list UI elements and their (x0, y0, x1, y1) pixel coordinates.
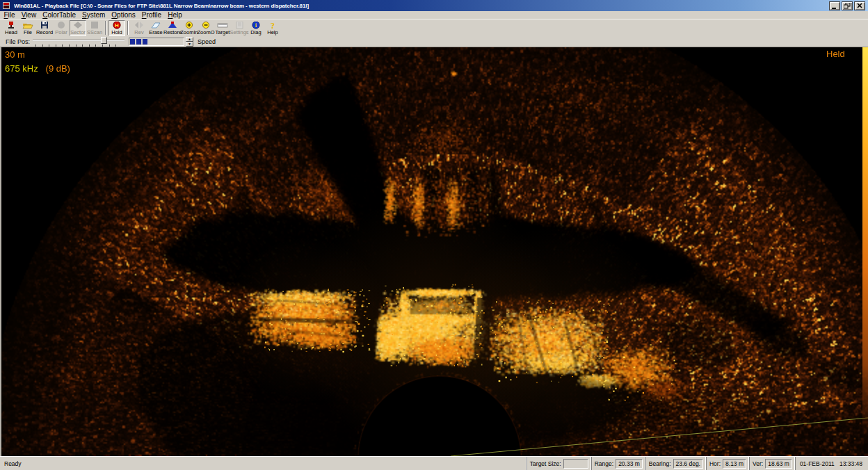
restore-icon (167, 21, 178, 30)
toolbar-button-restore[interactable]: Restore (164, 20, 181, 36)
toolbar-button-label: File (24, 30, 32, 35)
speed-block (136, 39, 141, 44)
status-field-value: 23.6 deg. (673, 459, 703, 469)
toolbar-button-help[interactable]: ?Help (264, 20, 281, 36)
status-field-value (563, 459, 588, 469)
toolbar-button-target[interactable]: Target (214, 20, 231, 36)
status-field-value: 20.33 m (616, 459, 643, 469)
zoom-in-icon (184, 21, 195, 30)
toolbar-button-settings: Settings (231, 20, 248, 36)
slider-tick (42, 44, 43, 47)
frequency-overlay: 675 kHz (9 dB) (5, 63, 70, 74)
status-field-label: Ver: (753, 460, 763, 467)
status-field-label: Hor: (709, 460, 721, 467)
sonar-display-area[interactable]: 30 m 675 kHz (9 dB) Held (0, 47, 868, 456)
toolbar-button-label: Hold (111, 30, 122, 35)
toolbar-button-label: Record (36, 30, 53, 35)
speed-progress (129, 38, 184, 46)
sector-diamond-icon (72, 21, 83, 30)
status-datetime: 01-FEB-2011 13:33:48 (795, 457, 868, 470)
speed-block (143, 39, 147, 44)
help-question-icon: ? (267, 21, 278, 30)
settings-form-icon (234, 21, 245, 30)
slider-track[interactable] (33, 40, 124, 41)
slider-thumb[interactable] (101, 37, 107, 44)
file-pos-bar: File Pos: ▲ ▼ Speed (0, 36, 868, 47)
reverse-icon (134, 21, 145, 30)
slider-tick (89, 44, 90, 47)
speed-spinner: ▲ ▼ (186, 37, 193, 47)
toolbar-button-record[interactable]: Record (36, 20, 53, 36)
toolbar-button-label: Help (267, 30, 278, 35)
toolbar-button-label: Polar (55, 30, 67, 35)
menu-colortable[interactable]: ColorTable (40, 11, 79, 19)
toolbar-button-label: ZoomO (198, 30, 215, 35)
file-pos-slider[interactable] (33, 36, 124, 47)
restore-button[interactable] (842, 1, 853, 10)
toolbar-button-label: Settings (230, 30, 248, 35)
status-field-hor: Hor:8.13 m (706, 457, 749, 470)
file-pos-label: File Pos: (6, 38, 30, 45)
zoom-out-icon (200, 21, 211, 30)
toolbar: HeadFileRecordPolarSectorSScanHHoldRevEr… (0, 19, 868, 36)
toolbar-button-label: Sector (70, 30, 86, 35)
toolbar-button-erase[interactable]: Erase (147, 20, 164, 36)
status-ready: Ready (0, 460, 527, 467)
menu-system[interactable]: System (79, 11, 108, 19)
toolbar-button-label: Target (216, 30, 230, 35)
slider-tick (69, 44, 70, 47)
sonar-image[interactable] (0, 47, 868, 456)
toolbar-button-label: Erase (149, 30, 163, 35)
toolbar-separator (127, 21, 129, 35)
svg-text:?: ? (271, 22, 275, 29)
slider-tick (82, 44, 83, 47)
slider-tick (102, 44, 103, 47)
toolbar-button-sector: Sector (70, 20, 86, 36)
polar-circle-icon (56, 21, 67, 30)
menu-bar: FileViewColorTableSystemOptionsProfileHe… (0, 11, 868, 19)
win881al-window: { "window": { "title": "Win881AL - Playb… (0, 0, 868, 470)
close-button[interactable] (854, 1, 865, 10)
toolbar-button-label: Rev (134, 30, 143, 35)
slider-tick (49, 44, 49, 47)
toolbar-button-diag[interactable]: iDiag (248, 20, 264, 36)
toolbar-button-zoomin[interactable]: ZoomIn (181, 20, 198, 36)
toolbar-button-rev: Rev (131, 20, 147, 36)
svg-text:H: H (115, 22, 119, 29)
toolbar-button-polar: Polar (53, 20, 70, 36)
minimize-button[interactable] (829, 1, 840, 10)
spin-down-button[interactable]: ▼ (186, 42, 193, 47)
status-field-value: 18.63 m (765, 459, 792, 469)
floppy-disk-icon (39, 21, 50, 30)
status-field-value: 8.13 m (723, 459, 746, 469)
slider-tick (62, 44, 63, 47)
toolbar-button-file[interactable]: File (19, 20, 36, 36)
toolbar-button-hold[interactable]: HHold (108, 20, 125, 36)
menu-options[interactable]: Options (108, 11, 138, 19)
spin-up-button[interactable]: ▲ (186, 37, 193, 42)
toolbar-button-label: Restore (163, 30, 182, 35)
title-bar: Win881AL - Playback File [C:\0 - Sonar F… (0, 0, 868, 11)
held-overlay: Held (826, 49, 845, 59)
toolbar-button-label: SScan (87, 30, 102, 35)
toolbar-button-head[interactable]: Head (3, 20, 19, 36)
hold-icon: H (111, 21, 122, 30)
window-title: Win881AL - Playback File [C:\0 - Sonar F… (14, 3, 829, 9)
app-icon (3, 1, 11, 10)
toolbar-button-zoomo[interactable]: ZoomO (198, 20, 214, 36)
slider-tick (56, 44, 56, 47)
menu-file[interactable]: File (1, 11, 18, 19)
toolbar-button-label: Head (5, 30, 17, 35)
menu-view[interactable]: View (18, 11, 40, 19)
speed-label: Speed (198, 38, 216, 45)
slider-tick (115, 44, 116, 47)
slider-tick (109, 44, 110, 47)
slider-tick (35, 44, 36, 47)
status-field-targetsize: Target Size: (527, 457, 591, 470)
speed-block (130, 39, 135, 44)
toolbar-button-label: ZoomIn (180, 30, 198, 35)
menu-help[interactable]: Help (165, 11, 186, 19)
menu-profile[interactable]: Profile (138, 11, 164, 19)
toolbar-button-label: Diag (250, 30, 261, 35)
toolbar-separator (105, 21, 106, 35)
